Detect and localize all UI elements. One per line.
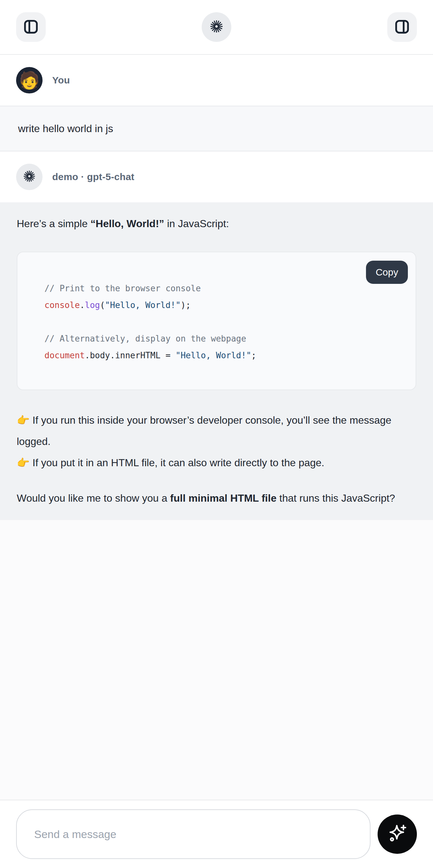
sparkles-icon bbox=[386, 823, 408, 845]
assistant-sender-row: demo · gpt-5-chat bbox=[0, 151, 433, 202]
sidebar-toggle-button[interactable] bbox=[16, 12, 46, 42]
code-token: ); bbox=[181, 300, 191, 310]
panel-right-icon bbox=[394, 19, 410, 36]
user-avatar: 🧑 bbox=[16, 67, 42, 93]
code-token: .body.innerHTML = bbox=[85, 350, 176, 360]
code-line: document.body.innerHTML = "Hello, World!… bbox=[44, 347, 403, 364]
panel-left-icon bbox=[23, 19, 39, 36]
code-token: ( bbox=[100, 300, 105, 310]
starburst-logo-icon bbox=[209, 19, 224, 35]
code-line: console.log("Hello, World!"); bbox=[44, 297, 403, 313]
code-line bbox=[44, 313, 403, 330]
person-emoji-icon: 🧑 bbox=[19, 72, 40, 89]
code-token: . bbox=[80, 300, 85, 310]
app-logo bbox=[202, 12, 231, 42]
copy-button[interactable]: Copy bbox=[366, 261, 408, 284]
send-button[interactable] bbox=[378, 814, 417, 854]
code-block: Copy // Print to the browser consolecons… bbox=[17, 252, 416, 390]
closing-bold: full minimal HTML file bbox=[170, 492, 276, 504]
closing-prefix: Would you like me to show you a bbox=[17, 492, 170, 504]
starburst-icon bbox=[22, 169, 36, 185]
code-line: // Print to the browser console bbox=[44, 280, 403, 297]
note-line: 👉 If you run this inside your browser’s … bbox=[17, 409, 416, 452]
code-token: // Alternatively, display on the webpage bbox=[44, 334, 246, 343]
assistant-message: Here’s a simple “Hello, World!” in JavaS… bbox=[0, 202, 433, 520]
assistant-avatar bbox=[16, 164, 42, 190]
intro-suffix: in JavaScript: bbox=[164, 218, 229, 229]
code-token: "Hello, World!" bbox=[105, 300, 181, 310]
user-sender-row: 🧑 You bbox=[0, 55, 433, 106]
code-token: ; bbox=[251, 350, 256, 360]
code-token: "Hello, World!" bbox=[176, 350, 251, 360]
message-input[interactable] bbox=[16, 809, 371, 859]
chat-empty-area bbox=[0, 520, 433, 800]
code-token: document bbox=[44, 350, 85, 360]
code-token: log bbox=[85, 300, 100, 310]
code-line: // Alternatively, display on the webpage bbox=[44, 330, 403, 347]
code-token: console bbox=[44, 300, 80, 310]
code-content: // Print to the browser consoleconsole.l… bbox=[44, 280, 403, 364]
composer-bar bbox=[0, 800, 433, 868]
intro-prefix: Here’s a simple bbox=[17, 218, 91, 229]
right-panel-toggle-button[interactable] bbox=[387, 12, 417, 42]
user-message: write hello world in js bbox=[0, 106, 433, 151]
user-message-text: write hello world in js bbox=[18, 123, 113, 135]
intro-bold: “Hello, World!” bbox=[91, 218, 164, 229]
closing-suffix: that runs this JavaScript? bbox=[276, 492, 395, 504]
top-bar bbox=[0, 0, 433, 55]
user-sender-name: You bbox=[52, 75, 70, 86]
code-token: // Print to the browser console bbox=[44, 283, 201, 293]
assistant-intro-paragraph: Here’s a simple “Hello, World!” in JavaS… bbox=[17, 213, 416, 234]
assistant-closing-paragraph: Would you like me to show you a full min… bbox=[17, 488, 416, 509]
assistant-notes-paragraph: 👉 If you run this inside your browser’s … bbox=[17, 409, 416, 473]
assistant-sender-name: demo · gpt-5-chat bbox=[52, 172, 134, 182]
note-line: 👉 If you put it in an HTML file, it can … bbox=[17, 452, 416, 473]
